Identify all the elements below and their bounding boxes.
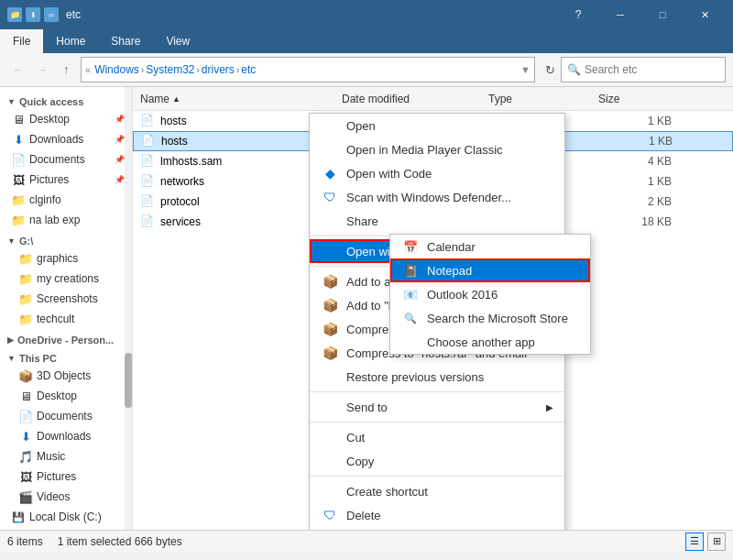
pin-icon-3: 📌: [115, 155, 125, 164]
submenu-outlook[interactable]: 📧 Outlook 2016: [390, 282, 590, 306]
sidebar-scrollbar[interactable]: [125, 87, 132, 530]
sidebar: ▼ Quick access 🖥 Desktop 📌 ⬇ Downloads 📌…: [0, 87, 133, 530]
ctx-create-shortcut[interactable]: Create shortcut: [310, 479, 564, 503]
sidebar-item-techcult[interactable]: 📁 techcult: [0, 309, 132, 329]
pin-icon-4: 📌: [115, 175, 125, 184]
thispc-header[interactable]: ▼ This PC: [0, 347, 132, 366]
ctx-delete[interactable]: 🛡 Delete: [310, 503, 564, 527]
col-size[interactable]: Size: [598, 93, 672, 105]
search-box[interactable]: 🔍: [561, 57, 726, 82]
sidebar-item-nalabexp[interactable]: 📁 na lab exp: [0, 210, 132, 230]
title-bar: 📁 ⬇ ═ etc ? ─ □ ✕: [0, 0, 733, 29]
submenu-chooseanother-label: Choose another app: [427, 335, 535, 349]
sidebar-item-videos[interactable]: 🎬 Videos: [0, 487, 132, 507]
sidebar-item-pictures[interactable]: 🖼 Pictures 📌: [0, 170, 132, 190]
notepad-icon: 📓: [401, 263, 420, 278]
address-bar[interactable]: « Windows › System32 › drivers › etc ▼: [81, 57, 535, 82]
ctx-copy[interactable]: Copy: [310, 449, 564, 473]
quick-access-header[interactable]: ▼ Quick access: [0, 91, 132, 109]
close-btn[interactable]: ✕: [684, 0, 726, 29]
col-name-label: Name: [140, 93, 170, 105]
ctx-delete-label: Delete: [346, 509, 381, 522]
sidebar-item-documents2[interactable]: 📄 Documents: [0, 406, 132, 426]
view-details-btn[interactable]: ☰: [685, 533, 704, 551]
ctx-cut-label: Cut: [346, 431, 365, 445]
submenu-notepad-label: Notepad: [427, 264, 472, 278]
nav-buttons: ← → ↑: [7, 59, 77, 81]
file-icon-hosts1: 📄: [140, 114, 155, 128]
ctx-shortcut-label: Create shortcut: [346, 485, 428, 499]
sidebar-item-3dobjects[interactable]: 📦 3D Objects: [0, 366, 132, 386]
sidebar-item-downloads[interactable]: ⬇ Downloads 📌: [0, 129, 132, 149]
ctx-scan-defender[interactable]: 🛡 Scan with Windows Defender...: [310, 185, 564, 209]
file-size-networks: 1 KB: [598, 175, 672, 188]
ctx-delete-icon: 🛡: [321, 508, 339, 522]
sidebar-item-desktop-label: Desktop: [29, 113, 70, 126]
file-size-protocol: 2 KB: [598, 195, 672, 208]
ctx-sep-5: [310, 476, 564, 477]
col-name[interactable]: Name ▲: [140, 93, 342, 105]
file-icon-hosts2: 📄: [141, 134, 156, 148]
gdrive-header[interactable]: ▼ G:\: [0, 230, 132, 248]
submenu-msstore[interactable]: 🔍 Search the Microsoft Store: [390, 306, 590, 330]
sidebar-item-documents[interactable]: 📄 Documents 📌: [0, 149, 132, 170]
sidebar-item-downloads2[interactable]: ⬇ Downloads: [0, 426, 132, 446]
breadcrumb-etc[interactable]: etc: [241, 63, 256, 76]
col-type[interactable]: Type: [488, 93, 598, 105]
sidebar-item-desktop2[interactable]: 🖥 Desktop: [0, 386, 132, 406]
sidebar-item-downloads-label: Downloads: [29, 133, 83, 146]
ctx-compress-icon: 📦: [321, 322, 339, 336]
screenshots-icon: 📁: [18, 291, 33, 306]
file-size-hosts2: 1 KB: [599, 135, 673, 148]
sidebar-item-music[interactable]: 🎵 Music: [0, 446, 132, 467]
ctx-compresshosts-icon: 📦: [321, 346, 339, 360]
status-bar: 6 items 1 item selected 666 bytes ☰ ⊞: [0, 530, 733, 552]
sidebar-item-graphics[interactable]: 📁 graphics: [0, 248, 132, 269]
help-btn[interactable]: ?: [557, 0, 599, 29]
desktop2-icon: 🖥: [18, 389, 33, 403]
ctx-vscode-label: Open with Code: [346, 167, 432, 181]
minimize-btn[interactable]: ─: [599, 0, 641, 29]
sidebar-item-clginfo[interactable]: 📁 clginfo: [0, 190, 132, 210]
sidebar-item-desktop[interactable]: 🖥 Desktop 📌: [0, 109, 132, 129]
maximize-btn[interactable]: □: [641, 0, 684, 29]
submenu-chooseanother[interactable]: Choose another app: [390, 330, 590, 354]
refresh-btn[interactable]: ↻: [539, 59, 561, 81]
search-input[interactable]: [585, 63, 719, 76]
col-date[interactable]: Date modified: [342, 93, 488, 105]
onedrive-header[interactable]: ▶ OneDrive - Person...: [0, 329, 132, 347]
breadcrumb-system32[interactable]: System32: [146, 63, 194, 76]
gdrive-chevron: ▼: [7, 236, 16, 246]
sidebar-item-pictures2[interactable]: 🖼 Pictures: [0, 467, 132, 487]
ctx-open-mediaplayer[interactable]: Open in Media Player Classic: [310, 137, 564, 161]
ctx-cut[interactable]: Cut: [310, 425, 564, 449]
sidebar-item-localdisk-label: Local Disk (C:): [29, 511, 102, 523]
ctx-restore-versions[interactable]: Restore previous versions: [310, 365, 564, 389]
tab-share[interactable]: Share: [98, 29, 153, 53]
sidebar-item-localdisk[interactable]: 💾 Local Disk (C:): [0, 507, 132, 527]
ctx-hostsrar-icon: 📦: [321, 298, 339, 313]
ctx-rename[interactable]: Rename: [310, 527, 564, 530]
tab-file[interactable]: File: [0, 29, 43, 53]
ctx-sep-4: [310, 422, 564, 423]
view-icons-btn[interactable]: ⊞: [707, 533, 726, 551]
back-btn[interactable]: ←: [7, 59, 29, 81]
ctx-sendto[interactable]: Send to ▶: [310, 395, 564, 419]
title-icon-3: ═: [44, 7, 59, 22]
forward-btn[interactable]: →: [31, 59, 53, 81]
breadcrumb-drivers[interactable]: drivers: [202, 63, 235, 76]
up-btn[interactable]: ↑: [55, 59, 77, 81]
sidebar-item-screenshots[interactable]: 📁 Screenshots: [0, 289, 132, 309]
sidebar-item-mycreations[interactable]: 📁 my creations: [0, 269, 132, 289]
ctx-open-vscode[interactable]: ◆ Open with Code: [310, 161, 564, 185]
submenu-calendar[interactable]: 📅 Calendar: [390, 235, 590, 258]
ctx-open[interactable]: Open: [310, 114, 564, 137]
breadcrumb-windows[interactable]: Windows: [94, 63, 139, 76]
ctx-share[interactable]: Share: [310, 209, 564, 233]
submenu-notepad[interactable]: 📓 Notepad: [390, 258, 590, 282]
outlook-icon: 📧: [401, 287, 420, 302]
sidebar-item-pictures-label: Pictures: [29, 173, 69, 186]
tab-view[interactable]: View: [153, 29, 202, 53]
sidebar-item-mycreations-label: my creations: [37, 272, 99, 285]
tab-home[interactable]: Home: [43, 29, 98, 53]
